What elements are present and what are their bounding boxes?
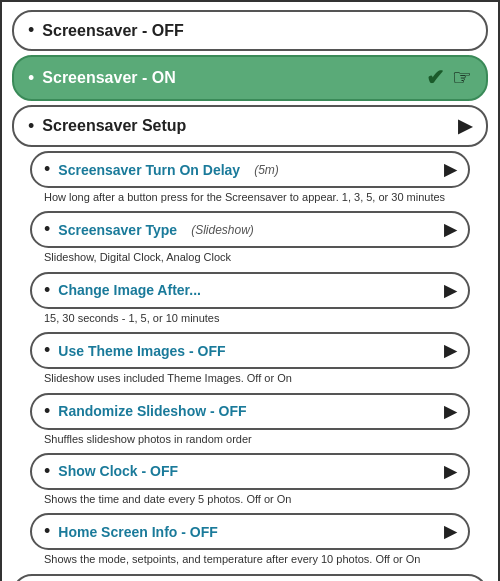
sub-item-row-5: • Show Clock - OFF ▶ Shows the time and … (30, 453, 470, 507)
sub-item-row-2: • Change Image After... ▶ 15, 30 seconds… (30, 272, 470, 326)
sub-item-row-0: • Screensaver Turn On Delay (5m) ▶ How l… (30, 151, 470, 205)
sub-bullet-3: • (44, 340, 50, 361)
hand-pointer-icon: ☞ (452, 65, 472, 91)
screensaver-preview-item[interactable]: • Screensaver Preview ▶ (12, 574, 488, 581)
sub-bullet-6: • (44, 521, 50, 542)
sub-arrow-6: ▶ (444, 522, 456, 541)
menu-item-left: • Screensaver - OFF (28, 20, 184, 41)
sub-arrow-3: ▶ (444, 341, 456, 360)
screensaver-turn-on-delay-item[interactable]: • Screensaver Turn On Delay (5m) ▶ (30, 151, 470, 188)
sub-item-badge-0: (5m) (254, 163, 279, 177)
sub-bullet-2: • (44, 280, 50, 301)
screensaver-off-item[interactable]: • Screensaver - OFF (12, 10, 488, 51)
sub-item-desc-6: Shows the mode, setpoints, and temperatu… (44, 552, 456, 567)
sub-arrow-4: ▶ (444, 402, 456, 421)
sub-item-desc-4: Shuffles slideshow photos in random orde… (44, 432, 456, 447)
sub-item-row-3: • Use Theme Images - OFF ▶ Slideshow use… (30, 332, 470, 386)
menu-item-left-on: • Screensaver - ON (28, 68, 176, 89)
arrow-icon-setup: ▶ (458, 115, 472, 137)
sub-items-section: • Screensaver Turn On Delay (5m) ▶ How l… (12, 151, 488, 568)
sub-arrow-1: ▶ (444, 220, 456, 239)
sub-bullet-1: • (44, 219, 50, 240)
sub-item-desc-2: 15, 30 seconds - 1, 5, or 10 minutes (44, 311, 456, 326)
screensaver-on-label: Screensaver - ON (42, 69, 175, 87)
sub-arrow-2: ▶ (444, 281, 456, 300)
bullet-icon-setup: • (28, 116, 34, 137)
sub-item-desc-3: Slideshow uses included Theme Images. Of… (44, 371, 456, 386)
sub-arrow-5: ▶ (444, 462, 456, 481)
screensaver-type-item[interactable]: • Screensaver Type (Slideshow) ▶ (30, 211, 470, 248)
sub-item-label-4: Randomize Slideshow - OFF (58, 403, 246, 419)
show-clock-item[interactable]: • Show Clock - OFF ▶ (30, 453, 470, 490)
sub-arrow-0: ▶ (444, 160, 456, 179)
bullet-icon: • (28, 20, 34, 41)
sub-item-label-3: Use Theme Images - OFF (58, 343, 225, 359)
sub-item-label-1: Screensaver Type (58, 222, 177, 238)
screensaver-off-label: Screensaver - OFF (42, 22, 183, 40)
use-theme-images-item[interactable]: • Use Theme Images - OFF ▶ (30, 332, 470, 369)
sub-item-row-1: • Screensaver Type (Slideshow) ▶ Slidesh… (30, 211, 470, 265)
sub-item-row-4: • Randomize Slideshow - OFF ▶ Shuffles s… (30, 393, 470, 447)
checkmark-icon: ✔ (426, 65, 444, 91)
menu-container: • Screensaver - OFF • Screensaver - ON ✔… (2, 2, 498, 581)
screensaver-setup-label: Screensaver Setup (42, 117, 186, 135)
sub-item-label-0: Screensaver Turn On Delay (58, 162, 240, 178)
home-screen-info-item[interactable]: • Home Screen Info - OFF ▶ (30, 513, 470, 550)
sub-item-label-2: Change Image After... (58, 282, 201, 298)
sub-item-label-6: Home Screen Info - OFF (58, 524, 217, 540)
sub-item-desc-0: How long after a button press for the Sc… (44, 190, 456, 205)
bullet-icon-on: • (28, 68, 34, 89)
sub-bullet-5: • (44, 461, 50, 482)
sub-item-row-6: • Home Screen Info - OFF ▶ Shows the mod… (30, 513, 470, 567)
menu-item-left-setup: • Screensaver Setup (28, 116, 186, 137)
sub-bullet-4: • (44, 401, 50, 422)
sub-bullet-0: • (44, 159, 50, 180)
randomize-slideshow-item[interactable]: • Randomize Slideshow - OFF ▶ (30, 393, 470, 430)
change-image-after-item[interactable]: • Change Image After... ▶ (30, 272, 470, 309)
sub-item-desc-5: Shows the time and date every 5 photos. … (44, 492, 456, 507)
sub-item-desc-1: Slideshow, Digital Clock, Analog Clock (44, 250, 456, 265)
sub-item-label-5: Show Clock - OFF (58, 463, 178, 479)
screensaver-on-item[interactable]: • Screensaver - ON ✔ ☞ (12, 55, 488, 101)
sub-item-badge-1: (Slideshow) (191, 223, 254, 237)
screensaver-setup-item[interactable]: • Screensaver Setup ▶ (12, 105, 488, 147)
